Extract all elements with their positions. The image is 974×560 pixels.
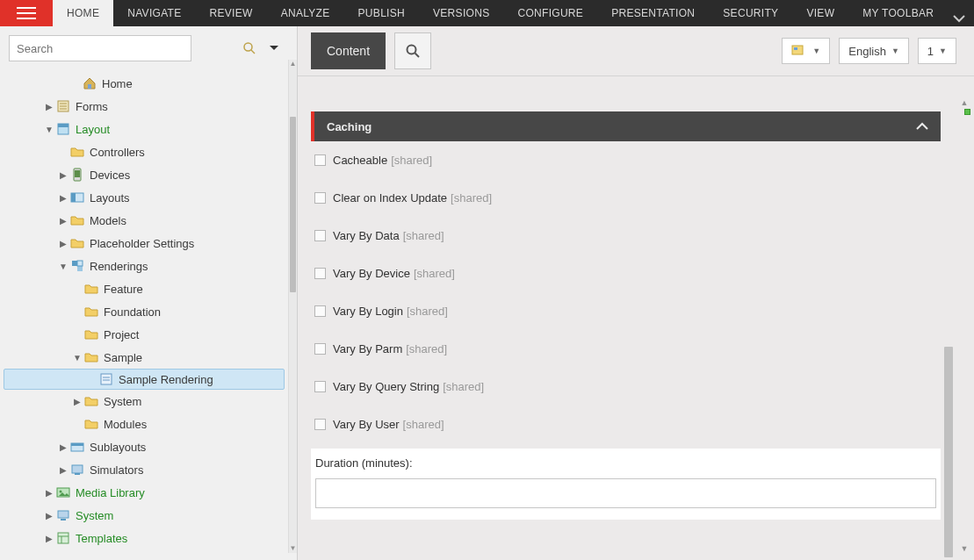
tree-label: Media Library (76, 486, 145, 499)
ribbon-tab-review[interactable]: REVIEW (196, 0, 267, 26)
expand-icon[interactable]: ▶ (72, 397, 83, 406)
ribbon-tab-my-toolbar[interactable]: MY TOOLBAR (848, 0, 948, 26)
layouts-icon (70, 190, 84, 205)
tree-label: System (104, 395, 141, 408)
content-scroll-down-icon[interactable]: ▼ (958, 544, 970, 556)
search-input[interactable] (9, 35, 191, 61)
tree-label: System (76, 509, 113, 522)
language-chip[interactable]: English ▼ (839, 38, 909, 64)
tree-node[interactable]: Feature (4, 277, 285, 300)
expand-icon[interactable]: ▶ (44, 102, 54, 111)
tree-node[interactable]: ▶Media Library (4, 481, 285, 504)
collapse-icon[interactable]: ▼ (72, 353, 83, 363)
checkbox[interactable] (314, 343, 326, 355)
checkbox[interactable] (314, 154, 326, 166)
field-row: Vary By Data[shared] (311, 217, 941, 255)
tree-node[interactable]: ▶Templates (4, 527, 285, 549)
field-label: Vary By Parm (333, 342, 402, 355)
tree-node[interactable]: Project (4, 323, 285, 346)
expand-icon[interactable]: ▶ (58, 216, 69, 226)
chevron-down-icon: ▼ (812, 47, 820, 55)
tree-label: Simulators (90, 463, 143, 477)
collapse-icon[interactable]: ▼ (58, 262, 69, 271)
ribbon-tab-home[interactable]: HOME (53, 0, 113, 26)
ribbon-tab-security[interactable]: SECURITY (709, 0, 792, 26)
ribbon-collapse-button[interactable] (953, 14, 965, 23)
tree-label: Foundation (104, 305, 161, 319)
duration-input[interactable] (315, 478, 936, 508)
flag-icon (791, 45, 807, 57)
tree-node[interactable]: Sample Rendering (4, 369, 285, 390)
ribbon-tab-configure[interactable]: CONFIGURE (503, 0, 597, 26)
svg-point-0 (244, 43, 252, 51)
expand-icon[interactable]: ▶ (58, 170, 69, 180)
tree-scroll-down-icon[interactable]: ▼ (289, 544, 297, 553)
content-tree[interactable]: Home▶Forms▼LayoutControllers▶Devices▶Lay… (0, 68, 297, 560)
tree-node[interactable]: ▶System (4, 504, 285, 527)
checkbox[interactable] (314, 192, 326, 204)
tree-scroll-up-icon[interactable]: ▲ (289, 60, 297, 68)
template-icon (56, 531, 70, 545)
tree-node[interactable]: Home (4, 72, 285, 95)
expand-icon[interactable]: ▶ (44, 511, 54, 521)
main-menu-button[interactable] (0, 0, 53, 26)
tree-node[interactable]: Modules (4, 413, 285, 435)
expand-icon[interactable]: ▶ (58, 193, 69, 203)
tree-node[interactable]: ▼Sample (4, 346, 285, 369)
tree-node[interactable]: ▼Renderings (4, 255, 285, 277)
tree-node[interactable]: ▶Devices (4, 163, 285, 186)
navigate-chip[interactable]: ▼ (782, 38, 830, 64)
render-icon (70, 259, 84, 273)
checkbox[interactable] (314, 268, 326, 279)
tree-node[interactable]: ▶System (4, 390, 285, 413)
search-dropdown-icon[interactable] (269, 45, 286, 52)
tree-node[interactable]: Foundation (4, 300, 285, 323)
field-label: Vary By Data (333, 229, 400, 242)
tree-node[interactable]: ▶Simulators (4, 458, 285, 481)
ribbon-tab-publish[interactable]: PUBLISH (344, 0, 419, 26)
version-chip[interactable]: 1 ▼ (918, 38, 956, 64)
content-scroll-thumb[interactable] (944, 347, 953, 557)
checkbox[interactable] (314, 381, 326, 392)
ribbon-tab-presentation[interactable]: PRESENTATION (597, 0, 709, 26)
ribbon-tab-analyze[interactable]: ANALYZE (267, 0, 344, 26)
duration-label: Duration (minutes): (315, 456, 936, 470)
expand-icon[interactable]: ▶ (58, 239, 69, 248)
tree-node[interactable]: ▶Placeholder Settings (4, 232, 285, 255)
layout-icon (56, 122, 70, 136)
tree-label: Home (102, 77, 133, 90)
content-search-button[interactable] (394, 32, 431, 69)
svg-rect-16 (101, 374, 112, 384)
tree-label: Layout (76, 123, 110, 136)
chevron-down-icon: ▼ (891, 47, 899, 55)
tree-label: Feature (104, 283, 143, 296)
validation-indicator[interactable] (964, 109, 970, 115)
tree-node[interactable]: ▶Models (4, 209, 285, 232)
checkbox[interactable] (314, 419, 326, 430)
tree-scroll-thumb[interactable] (290, 117, 296, 292)
expand-icon[interactable]: ▶ (44, 534, 54, 543)
ribbon-tab-view[interactable]: VIEW (792, 0, 848, 26)
tree-node[interactable]: ▶Layouts (4, 186, 285, 209)
expand-icon[interactable]: ▶ (44, 488, 54, 498)
folder-icon (70, 236, 84, 250)
checkbox[interactable] (314, 305, 326, 317)
folder-icon (84, 350, 98, 364)
tree-label: Sample Rendering (119, 373, 213, 386)
tree-scrollbar[interactable]: ▲ ▼ (288, 60, 297, 553)
checkbox[interactable] (314, 230, 326, 241)
section-header-caching[interactable]: Caching (311, 111, 941, 141)
tree-pane: Home▶Forms▼LayoutControllers▶Devices▶Lay… (0, 26, 298, 560)
tree-node[interactable]: Controllers (4, 140, 285, 163)
collapse-icon[interactable]: ▼ (44, 125, 54, 134)
expand-icon[interactable]: ▶ (58, 465, 69, 475)
search-icon[interactable] (242, 41, 256, 55)
tree-node[interactable]: ▶Sublayouts (4, 435, 285, 458)
expand-icon[interactable]: ▶ (58, 442, 69, 452)
svg-rect-25 (58, 511, 69, 518)
ribbon-tab-versions[interactable]: VERSIONS (419, 0, 503, 26)
content-tab[interactable]: Content (311, 32, 386, 69)
tree-node[interactable]: ▼Layout (4, 118, 285, 140)
ribbon-tab-navigate[interactable]: NAVIGATE (113, 0, 195, 26)
tree-node[interactable]: ▶Forms (4, 95, 285, 118)
